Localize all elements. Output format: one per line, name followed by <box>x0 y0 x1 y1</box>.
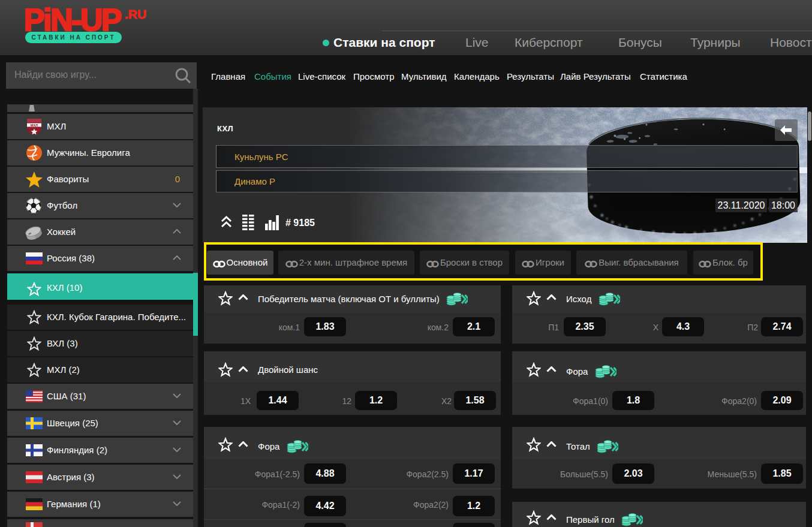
svg-text:МХЛ: МХЛ <box>31 124 38 127</box>
